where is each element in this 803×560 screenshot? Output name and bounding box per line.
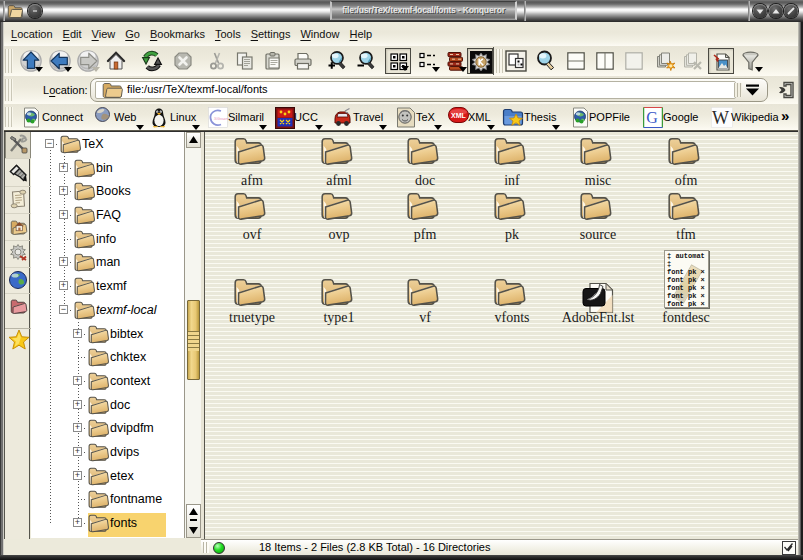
svg-text:G: G [646, 109, 658, 126]
svg-text:W: W [712, 108, 729, 128]
svg-text:Silmaril: Silmaril [214, 116, 228, 121]
svg-text:XML: XML [451, 112, 467, 119]
